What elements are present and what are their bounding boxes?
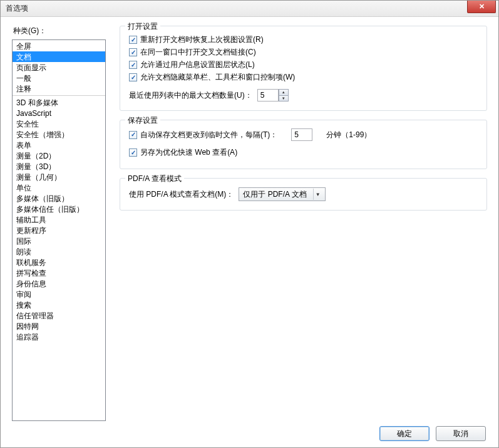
save-settings-group: 保存设置 自动保存文档更改到临时文件，每隔(T)： 分钟（1-99） 另存为优化… (120, 120, 487, 169)
category-item[interactable]: 追踪器 (13, 331, 105, 342)
recent-count-spin-buttons: ▲ ▼ (279, 89, 289, 102)
category-item[interactable]: 多媒体（旧版） (13, 193, 105, 204)
ok-button-label: 确定 (397, 429, 412, 439)
category-item[interactable]: 单位 (13, 182, 105, 193)
crossdoc-label: 在同一窗口中打开交叉文档链接(C) (140, 47, 256, 58)
open-settings-group: 打开设置 重新打开文档时恢复上次视图设置(R) 在同一窗口中打开交叉文档链接(C… (120, 26, 487, 111)
fastweb-checkbox[interactable] (129, 148, 137, 157)
dialog-body: 种类(G)： 全屏文档页面显示一般注释3D 和多媒体JavaScript安全性安… (1, 17, 498, 447)
category-item[interactable]: 注释 (13, 83, 105, 94)
main-area: 种类(G)： 全屏文档页面显示一般注释3D 和多媒体JavaScript安全性安… (12, 26, 487, 421)
category-item[interactable]: 页面显示 (13, 62, 105, 73)
crossdoc-row: 在同一窗口中打开交叉文档链接(C) (129, 47, 478, 58)
autosave-row: 自动保存文档更改到临时文件，每隔(T)： 分钟（1-99） (129, 128, 478, 141)
category-item[interactable]: 国际 (13, 236, 105, 246)
category-column: 种类(G)： 全屏文档页面显示一般注释3D 和多媒体JavaScript安全性安… (12, 26, 106, 421)
autosave-checkbox[interactable] (129, 131, 137, 139)
category-item[interactable]: 辅助工具 (13, 214, 105, 225)
layerstate-label: 允许通过用户信息设置图层状态(L) (140, 60, 255, 70)
category-item[interactable]: 身份信息 (13, 278, 105, 289)
pdfa-mode-label: 使用 PDF/A 模式查看文档(M)： (129, 189, 234, 200)
layerstate-checkbox[interactable] (129, 61, 137, 69)
hideui-row: 允许文档隐藏菜单栏、工具栏和窗口控制项(W) (129, 72, 478, 83)
recent-count-input[interactable] (257, 89, 279, 102)
hideui-checkbox[interactable] (129, 73, 137, 81)
cancel-button-label: 取消 (453, 429, 468, 439)
category-item[interactable]: 一般 (13, 73, 105, 83)
save-settings-legend: 保存设置 (125, 115, 160, 126)
recent-count-spinner: ▲ ▼ (257, 89, 289, 102)
category-item[interactable]: 测量（2D） (13, 150, 105, 161)
category-item[interactable]: 信任管理器 (13, 310, 105, 321)
category-item[interactable]: 拼写检查 (13, 268, 105, 278)
category-item[interactable]: 更新程序 (13, 225, 105, 236)
category-item[interactable]: 因特网 (13, 321, 105, 331)
fastweb-label: 另存为优化快速 Web 查看(A) (140, 147, 237, 158)
fastweb-row: 另存为优化快速 Web 查看(A) (129, 147, 478, 158)
button-bar: 确定 取消 (12, 421, 487, 441)
restore-view-checkbox[interactable] (129, 36, 137, 44)
pdfa-mode-select[interactable]: 仅用于 PDF/A 文档 ▼ (239, 187, 325, 201)
autosave-interval-input[interactable] (291, 128, 312, 141)
category-item[interactable]: 3D 和多媒体 (13, 97, 105, 108)
category-item[interactable]: 测量（几何） (13, 172, 105, 182)
crossdoc-checkbox[interactable] (129, 48, 137, 56)
autosave-label: 自动保存文档更改到临时文件，每隔(T)： (140, 130, 277, 140)
category-item[interactable]: 全屏 (13, 41, 105, 51)
hideui-label: 允许文档隐藏菜单栏、工具栏和窗口控制项(W) (140, 72, 295, 83)
category-divider (13, 95, 105, 96)
restore-view-row: 重新打开文档时恢复上次视图设置(R) (129, 34, 478, 45)
category-item[interactable]: 文档 (13, 51, 105, 62)
restore-view-label: 重新打开文档时恢复上次视图设置(R) (140, 34, 264, 45)
layerstate-row: 允许通过用户信息设置图层状态(L) (129, 60, 478, 70)
category-item[interactable]: 安全性 (13, 118, 105, 129)
category-item[interactable]: 多媒体信任（旧版） (13, 204, 105, 214)
category-item[interactable]: JavaScript (13, 108, 105, 118)
category-item[interactable]: 安全性（增强） (13, 129, 105, 140)
ok-button[interactable]: 确定 (379, 426, 430, 441)
window-title: 首选项 (1, 3, 28, 14)
preferences-window: 首选项 ✕ 种类(G)： 全屏文档页面显示一般注释3D 和多媒体JavaScri… (0, 0, 499, 448)
category-item[interactable]: 朗读 (13, 246, 105, 257)
recent-count-up-button[interactable]: ▲ (279, 89, 289, 95)
category-item[interactable]: 审阅 (13, 289, 105, 300)
category-list[interactable]: 全屏文档页面显示一般注释3D 和多媒体JavaScript安全性安全性（增强）表… (12, 39, 106, 421)
recent-count-label: 最近使用列表中的最大文档数量(U)： (129, 90, 252, 101)
titlebar: 首选项 ✕ (1, 1, 498, 17)
category-item[interactable]: 搜索 (13, 300, 105, 310)
close-button[interactable]: ✕ (467, 1, 496, 13)
category-item[interactable]: 联机服务 (13, 257, 105, 268)
category-item[interactable]: 表单 (13, 140, 105, 150)
cancel-button[interactable]: 取消 (436, 426, 486, 441)
pdfa-mode-selected: 仅用于 PDF/A 文档 (243, 189, 306, 200)
pdfa-mode-row: 使用 PDF/A 模式查看文档(M)： 仅用于 PDF/A 文档 ▼ (129, 187, 478, 201)
autosave-suffix-label: 分钟（1-99） (326, 130, 371, 140)
chevron-down-icon: ▼ (313, 189, 322, 200)
category-label: 种类(G)： (12, 26, 106, 36)
pdfa-group: PDF/A 查看模式 使用 PDF/A 模式查看文档(M)： 仅用于 PDF/A… (120, 178, 487, 211)
category-item[interactable]: 测量（3D） (13, 161, 105, 172)
pdfa-legend: PDF/A 查看模式 (125, 174, 184, 184)
recent-count-down-button[interactable]: ▼ (279, 95, 289, 102)
close-icon: ✕ (479, 3, 485, 11)
open-settings-legend: 打开设置 (125, 21, 160, 32)
recent-count-row: 最近使用列表中的最大文档数量(U)： ▲ ▼ (129, 89, 478, 102)
settings-panel: 打开设置 重新打开文档时恢复上次视图设置(R) 在同一窗口中打开交叉文档链接(C… (106, 26, 487, 421)
